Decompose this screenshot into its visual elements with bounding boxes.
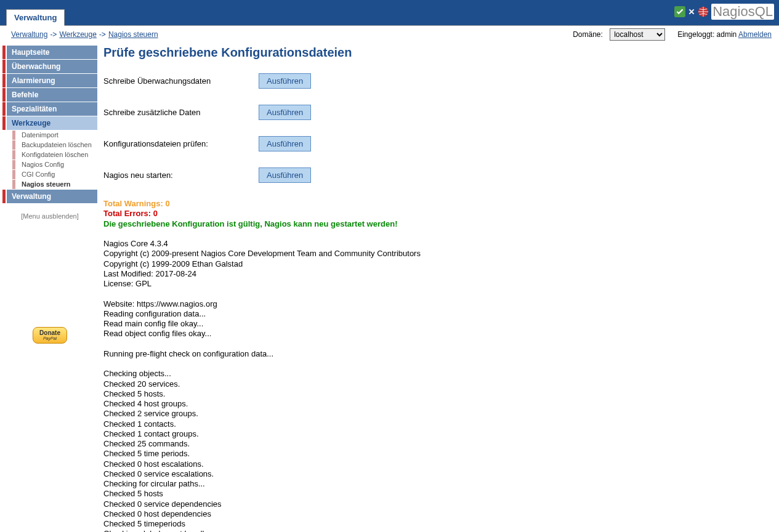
output-line: Checked 5 timeperiods [103,519,772,529]
main-content: Prüfe geschriebene Konfigurationsdateien… [97,43,779,532]
nav-befehle[interactable]: Befehle [2,88,97,102]
row-nagios-restart: Nagios neu starten: Ausführen [103,167,772,183]
output-line: Checked 1 contacts. [103,419,772,429]
menu-hide-toggle[interactable]: [Menu ausblenden] [2,204,97,228]
output-line: Checked 5 hosts [103,489,772,499]
label-schreibe-ueberwachung: Schreibe Überwachungsdaten [103,76,259,86]
output-line: Checking for circular paths... [103,479,772,489]
total-warnings: Total Warnings: 0 [103,199,772,209]
subnav-konfig-loeschen[interactable]: Konfigdateien löschen [2,150,97,159]
donate-button[interactable]: DonatePayPal [33,327,67,344]
domain-label: Domäne: [573,30,603,39]
btn-nagios-restart[interactable]: Ausführen [259,167,311,183]
sidebar: Hauptseite Überwachung Alarmierung Befeh… [0,43,97,344]
output-line: Checked 0 service dependencies [103,499,772,509]
output-line [103,229,772,239]
nav-hauptseite[interactable]: Hauptseite [2,46,97,59]
label-nagios-restart: Nagios neu starten: [103,171,259,180]
check-icon [674,6,685,17]
active-tab[interactable]: Verwaltung [6,9,65,26]
output-line: Checking objects... [103,369,772,379]
output-line: Checked 25 commands. [103,439,772,449]
output-line: Checked 1 contact groups. [103,429,772,439]
subnav-datenimport[interactable]: Datenimport [2,131,97,140]
subnav-nagios-config[interactable]: Nagios Config [2,160,97,169]
output-line: Checked 0 host dependencies [103,509,772,519]
row-konfig-pruefen: Konfigurationsdateien prüfen: Ausführen [103,136,772,151]
nav-verwaltung[interactable]: Verwaltung [2,190,97,203]
subnav-backup-loeschen[interactable]: Backupdateien löschen [2,140,97,150]
domain-select[interactable]: localhost [610,28,665,41]
output-line: Running pre-flight check on configuratio… [103,349,772,359]
output-line: Checked 5 time periods. [103,449,772,459]
output-line [103,339,772,349]
output-line: Nagios Core 4.3.4 [103,239,772,249]
output-block: Total Warnings: 0 Total Errors: 0 Die ge… [103,199,772,532]
output-line: Checked 2 service groups. [103,409,772,419]
nav-alarmierung[interactable]: Alarmierung [2,74,97,87]
login-info: Eingeloggt: admin Abmelden [677,30,772,39]
output-line: Copyright (c) 1999-2009 Ethan Galstad [103,259,772,269]
breadcrumb-nagios-steuern[interactable]: Nagios steuern [108,30,158,39]
output-lines: Nagios Core 4.3.4Copyright (c) 2009-pres… [103,229,772,532]
output-line: Read main config file okay... [103,319,772,329]
subnav-nagios-steuern[interactable]: Nagios steuern [2,180,97,189]
output-line: Reading configuration data... [103,309,772,319]
subnav-cgi-config[interactable]: CGI Config [2,170,97,179]
output-line: Checked 20 services. [103,379,772,389]
nav-spezialitaeten[interactable]: Spezialitäten [2,102,97,116]
output-line: License: GPL [103,279,772,289]
output-line: Website: https://www.nagios.org [103,299,772,309]
output-line [103,289,772,299]
domain-selector: Domäne: localhost [573,28,665,41]
row-schreibe-zusatz: Schreibe zusätzliche Daten Ausführen [103,105,772,120]
breadcrumb-verwaltung[interactable]: Verwaltung [11,30,47,39]
btn-konfig-pruefen[interactable]: Ausführen [259,136,311,151]
donate-area: DonatePayPal [2,327,97,344]
total-errors: Total Errors: 0 [103,209,772,219]
btn-schreibe-ueberwachung[interactable]: Ausführen [259,73,311,89]
output-line: Checked 5 hosts. [103,389,772,399]
valid-message: Die geschriebene Konfiguration ist gülti… [103,219,772,229]
output-line: Last Modified: 2017-08-24 [103,269,772,279]
tools-icon [686,6,697,17]
output-line: Checking global event handlers... [103,529,772,532]
app-logo: NagiosQL [674,4,774,20]
logout-link[interactable]: Abmelden [738,30,772,39]
output-line: Checked 4 host groups. [103,399,772,409]
globe-icon [698,6,709,17]
page-title: Prüfe geschriebene Konfigurationsdateien [103,46,772,60]
breadcrumb-werkzeuge[interactable]: Werkzeuge [59,30,96,39]
btn-schreibe-zusatz[interactable]: Ausführen [259,105,311,120]
label-konfig-pruefen: Konfigurationsdateien prüfen: [103,139,259,148]
logo-text: NagiosQL [711,4,774,20]
output-line: Checked 0 service escalations. [103,469,772,479]
output-line [103,359,772,369]
output-line: Read object config files okay... [103,329,772,339]
output-line: Checked 0 host escalations. [103,459,772,469]
output-line: Copyright (c) 2009-present Nagios Core D… [103,249,772,259]
top-bar: Verwaltung NagiosQL [0,0,779,26]
row-schreibe-ueberwachung: Schreibe Überwachungsdaten Ausführen [103,73,772,89]
nav-ueberwachung[interactable]: Überwachung [2,60,97,73]
breadcrumb: Verwaltung->Werkzeuge->Nagios steuern [11,30,158,39]
header-row: Verwaltung->Werkzeuge->Nagios steuern Do… [0,26,779,43]
label-schreibe-zusatz: Schreibe zusätzliche Daten [103,108,259,117]
nav-werkzeuge[interactable]: Werkzeuge [2,116,97,130]
